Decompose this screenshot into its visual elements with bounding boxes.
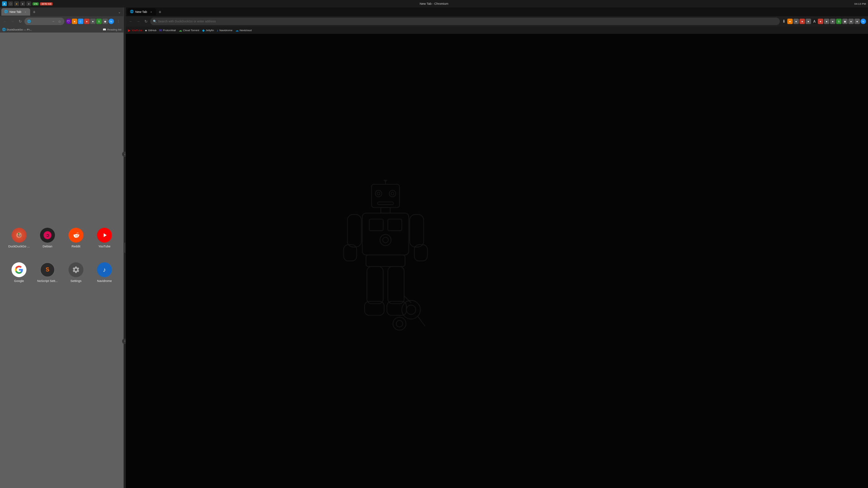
left-tab-close[interactable]: × bbox=[23, 10, 27, 14]
bookmark-pm-label: ProtonMail bbox=[163, 29, 176, 32]
dial-icon-debian bbox=[40, 228, 55, 243]
taskbar-icon-5[interactable]: ● bbox=[26, 1, 31, 6]
dial-icon-youtube bbox=[97, 228, 112, 243]
reading-list-btn[interactable]: 📖 Reading list bbox=[103, 28, 121, 31]
left-address-bar[interactable]: 🌐 → ☆ bbox=[24, 18, 64, 25]
bookmark-jf-icon: ◆ bbox=[202, 28, 205, 32]
bookmark-ct-icon: ☁ bbox=[179, 28, 182, 32]
dial-item-youtube[interactable]: YouTube bbox=[92, 228, 117, 244]
right-forward-btn[interactable]: → bbox=[135, 18, 141, 24]
left-address-favicon: 🌐 bbox=[27, 20, 31, 23]
taskbar-badge-green: 1% bbox=[33, 2, 39, 5]
svg-point-18 bbox=[383, 237, 388, 243]
right-address-bar[interactable]: 🔍 Search with DuckDuckGo or enter addres… bbox=[150, 18, 434, 25]
ext-icon-6[interactable]: S bbox=[96, 19, 102, 24]
svg-rect-15 bbox=[369, 219, 383, 231]
taskbar-left: A ⬡ ● ● ● 1% 387B KiB bbox=[2, 1, 53, 6]
left-menu-btn[interactable]: ⋮ bbox=[115, 18, 121, 24]
ext-icon-2[interactable]: ● bbox=[72, 19, 77, 24]
reading-list-icon: 📖 bbox=[103, 28, 106, 31]
bookmark-jellyfin[interactable]: ◆ Jellyfin bbox=[202, 28, 214, 32]
bookmark-nc-label: Nextcloud bbox=[240, 29, 252, 32]
right-refresh-btn[interactable]: ↻ bbox=[143, 18, 149, 24]
taskbar-icon-2[interactable]: ⬡ bbox=[8, 1, 13, 6]
dial-item-duckduckgo[interactable]: 🦆 DuckDuckGo ... bbox=[7, 228, 31, 244]
svg-rect-12 bbox=[378, 202, 394, 205]
right-tab-favicon: 🌐 bbox=[130, 10, 134, 14]
bookmark-jf-label: Jellyfin bbox=[206, 29, 214, 32]
left-tab-bar: 🌐 New Tab × + ⌄ bbox=[0, 7, 123, 16]
taskbar-badge-orange: 387B KiB bbox=[40, 2, 53, 5]
bookmark-yt-label: YouTube bbox=[132, 29, 142, 32]
right-active-tab[interactable]: 🌐 New Tab × bbox=[127, 8, 156, 16]
dial-item-reddit[interactable]: Reddit bbox=[64, 228, 88, 244]
svg-rect-19 bbox=[348, 215, 361, 244]
bookmark-yt-icon: ▶ bbox=[128, 28, 131, 32]
ext-icon-4[interactable]: ● bbox=[84, 19, 90, 24]
ext-icon-8[interactable]: N bbox=[108, 19, 114, 24]
svg-rect-5 bbox=[372, 184, 399, 208]
left-active-tab[interactable]: 🌐 New Tab × bbox=[1, 8, 30, 16]
left-info-bar: 🌐 DuckDuckGo — Pr... 📖 Reading list bbox=[0, 26, 123, 33]
bookmark-cloudtorrent[interactable]: ☁ Cloud Torrent bbox=[179, 28, 199, 32]
taskbar-title: New Tab - Chromium bbox=[420, 2, 434, 5]
bookmark-navidrome[interactable]: ♪ Navidrome bbox=[217, 28, 233, 32]
svg-point-8 bbox=[375, 190, 382, 197]
dial-icon-duckduckgo: 🦆 bbox=[12, 228, 26, 243]
svg-point-11 bbox=[391, 192, 394, 195]
taskbar: A ⬡ ● ● ● 1% 387B KiB New Tab - Chromium… bbox=[0, 0, 434, 7]
bookmark-youtube[interactable]: ▶ YouTube bbox=[128, 28, 142, 32]
left-tab-label: New Tab bbox=[9, 10, 21, 14]
browser-left-pane: 🌐 New Tab × + ⌄ ← → ↻ 🌐 → ☆ 🛡 ● C ● bbox=[0, 7, 124, 244]
left-tab-menu-btn[interactable]: ⌄ bbox=[117, 9, 122, 15]
right-bookmarks-bar: ▶ YouTube ● GitHub ✉ ProtonMail ☁ Cloud … bbox=[126, 26, 434, 34]
bookmark-nv-icon: ♪ bbox=[217, 28, 218, 32]
speed-dial-grid: 🦆 DuckDuckGo ... Debian bbox=[7, 228, 117, 244]
right-pane-main-content bbox=[126, 34, 434, 244]
svg-rect-21 bbox=[410, 215, 423, 244]
bookmark-nextcloud[interactable]: ☁ Nextcloud bbox=[235, 28, 252, 32]
current-page-label: DuckDuckGo — Pr... bbox=[7, 28, 32, 31]
left-bookmark-btn[interactable]: ☆ bbox=[57, 19, 62, 24]
bookmark-protonmail[interactable]: ✉ ProtonMail bbox=[159, 28, 176, 32]
browser-split: 🌐 New Tab × + ⌄ ← → ↻ 🌐 → ☆ 🛡 ● C ● bbox=[0, 7, 434, 244]
right-address-placeholder: Search with DuckDuckGo or enter address bbox=[158, 20, 434, 23]
bookmark-ct-label: Cloud Torrent bbox=[183, 29, 199, 32]
robot-outline-svg bbox=[338, 180, 433, 244]
svg-point-10 bbox=[377, 192, 380, 195]
right-tab-label: New Tab bbox=[135, 10, 147, 14]
right-back-btn[interactable]: ← bbox=[128, 18, 134, 24]
left-refresh-btn[interactable]: ↻ bbox=[17, 18, 23, 24]
svg-rect-13 bbox=[381, 207, 390, 213]
bookmark-nv-label: Navidrome bbox=[219, 29, 233, 32]
right-search-icon: 🔍 bbox=[153, 20, 157, 23]
ext-icon-7[interactable]: ◆ bbox=[102, 19, 108, 24]
reading-list-label: Reading list bbox=[107, 28, 121, 31]
left-new-tab-content: 🦆 DuckDuckGo ... Debian bbox=[0, 33, 123, 244]
left-go-btn[interactable]: → bbox=[51, 19, 56, 24]
taskbar-icon-4[interactable]: ● bbox=[20, 1, 25, 6]
current-page-info: 🌐 DuckDuckGo — Pr... bbox=[2, 28, 32, 31]
tab-favicon: 🌐 bbox=[4, 10, 8, 14]
right-tab-bar: 🌐 New Tab × + bbox=[126, 7, 434, 16]
taskbar-arch-icon[interactable]: A bbox=[2, 1, 7, 6]
dial-icon-reddit bbox=[68, 228, 83, 243]
current-page-favicon: 🌐 bbox=[2, 28, 6, 31]
right-tab-close[interactable]: × bbox=[149, 10, 153, 14]
left-forward-btn[interactable]: → bbox=[9, 18, 16, 24]
left-back-btn[interactable]: ← bbox=[2, 18, 8, 24]
dial-item-debian[interactable]: Debian bbox=[35, 228, 60, 244]
svg-rect-16 bbox=[388, 219, 402, 231]
ext-icon-3[interactable]: C bbox=[78, 19, 83, 24]
bookmark-github[interactable]: ● GitHub bbox=[145, 28, 156, 32]
ext-icon-1[interactable]: 🛡 bbox=[66, 19, 71, 24]
left-nav-bar: ← → ↻ 🌐 → ☆ 🛡 ● C ● ● S ◆ N ⋮ bbox=[0, 16, 123, 26]
right-new-tab-btn[interactable]: + bbox=[157, 8, 163, 15]
left-new-tab-btn[interactable]: + bbox=[31, 8, 38, 15]
ext-icon-5[interactable]: ● bbox=[90, 19, 96, 24]
bookmark-gh-label: GitHub bbox=[148, 29, 156, 32]
svg-point-9 bbox=[389, 190, 396, 197]
svg-text:🦆: 🦆 bbox=[17, 232, 22, 238]
browser-right-pane: 🌐 New Tab × + ← → ↻ 🔍 Search with DuckDu… bbox=[126, 7, 434, 244]
taskbar-icon-3[interactable]: ● bbox=[14, 1, 19, 6]
